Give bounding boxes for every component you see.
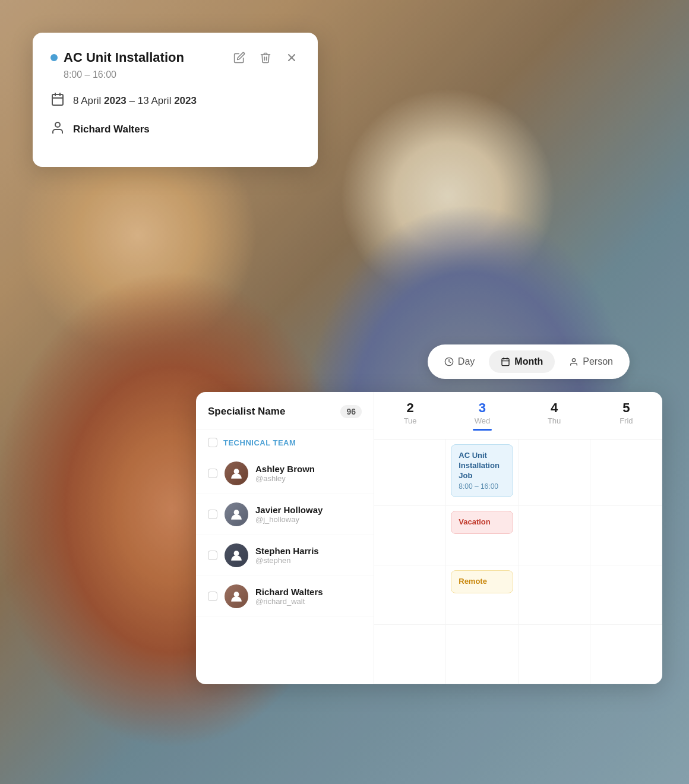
day-view-button[interactable]: Day bbox=[432, 350, 486, 373]
list-item[interactable]: Javier Holloway @j_holloway bbox=[196, 494, 374, 535]
specialist-handle: @j_holloway bbox=[255, 515, 323, 524]
calendar-cell-stephen-tue[interactable] bbox=[374, 565, 446, 625]
avatar-silhouette bbox=[230, 467, 243, 480]
calendar-cell-stephen-thu[interactable] bbox=[519, 565, 590, 625]
day-number: 5 bbox=[596, 402, 656, 415]
event-remote[interactable]: Remote bbox=[451, 570, 513, 593]
day-number-active: 3 bbox=[452, 402, 512, 415]
specialist-info: Ashley Brown @ashley bbox=[255, 464, 315, 483]
list-item[interactable]: Stephen Harris @stephen bbox=[196, 535, 374, 576]
event-title: AC Unit Installation Job bbox=[459, 451, 505, 481]
day-number: 2 bbox=[380, 402, 440, 415]
popup-dot bbox=[50, 54, 58, 61]
calendar-month-icon bbox=[501, 357, 510, 366]
person-view-button[interactable]: Person bbox=[557, 350, 625, 373]
day-header-wed[interactable]: 3 Wed bbox=[446, 392, 518, 439]
specialist-name: Richard Walters bbox=[255, 587, 323, 597]
calendar-cell-javier-fri[interactable] bbox=[590, 506, 662, 565]
svg-point-6 bbox=[55, 122, 60, 127]
specialist-checkbox[interactable] bbox=[208, 592, 217, 601]
calendar-cell-richard-fri[interactable] bbox=[590, 625, 662, 684]
svg-rect-8 bbox=[502, 359, 509, 366]
month-label: Month bbox=[514, 356, 543, 367]
list-item[interactable]: Ashley Brown @ashley bbox=[196, 453, 374, 494]
scheduler-layout: Specialist Name 96 TECHNICAL TEAM Ashley… bbox=[196, 392, 662, 684]
avatar bbox=[225, 461, 248, 485]
calendar-header: 2 Tue 3 Wed 4 Thu 5 Frid bbox=[374, 392, 662, 440]
edit-button[interactable] bbox=[231, 49, 248, 66]
popup-person: Richard Walters bbox=[73, 124, 150, 135]
popup-title: AC Unit Installation bbox=[64, 50, 184, 65]
scheduler-panel: Specialist Name 96 TECHNICAL TEAM Ashley… bbox=[196, 392, 662, 684]
event-ac-unit[interactable]: AC Unit Installation Job 8:00 – 16:00 bbox=[451, 444, 513, 497]
close-button[interactable] bbox=[283, 49, 300, 66]
avatar bbox=[225, 584, 248, 608]
person-label: Person bbox=[583, 356, 613, 367]
calendar-cell-stephen-wed[interactable]: Remote bbox=[446, 565, 518, 625]
delete-button[interactable] bbox=[257, 49, 274, 66]
avatar-silhouette bbox=[230, 590, 243, 603]
specialist-info: Javier Holloway @j_holloway bbox=[255, 505, 323, 524]
day-number: 4 bbox=[524, 402, 584, 415]
event-vacation[interactable]: Vacation bbox=[451, 511, 513, 534]
person-view-icon bbox=[569, 357, 579, 366]
day-name: Thu bbox=[524, 416, 584, 425]
day-header-tue[interactable]: 2 Tue bbox=[374, 392, 446, 439]
avatar bbox=[225, 502, 248, 526]
calendar-cell-richard-tue[interactable] bbox=[374, 625, 446, 684]
event-time: 8:00 – 16:00 bbox=[459, 482, 505, 491]
calendar-cell-javier-thu[interactable] bbox=[519, 506, 590, 565]
calendar-cell-ashley-fri[interactable] bbox=[590, 440, 662, 506]
team-label-text: TECHNICAL TEAM bbox=[223, 438, 296, 447]
specialist-info: Richard Walters @richard_walt bbox=[255, 587, 323, 606]
svg-point-15 bbox=[234, 551, 239, 556]
day-label: Day bbox=[458, 356, 475, 367]
list-item[interactable]: Richard Walters @richard_walt bbox=[196, 576, 374, 617]
calendar-grid: 2 Tue 3 Wed 4 Thu 5 Frid bbox=[374, 392, 662, 684]
specialist-checkbox[interactable] bbox=[208, 469, 217, 478]
svg-point-14 bbox=[234, 510, 239, 515]
clock-icon bbox=[444, 357, 454, 366]
calendar-cell-richard-thu[interactable] bbox=[519, 625, 590, 684]
specialist-checkbox[interactable] bbox=[208, 551, 217, 560]
avatar-silhouette bbox=[230, 549, 243, 562]
avatar bbox=[225, 543, 248, 567]
specialist-list: Specialist Name 96 TECHNICAL TEAM Ashley… bbox=[196, 392, 374, 684]
event-title: Vacation bbox=[459, 517, 505, 527]
svg-rect-2 bbox=[52, 94, 63, 105]
popup-time: 8:00 – 16:00 bbox=[64, 69, 300, 80]
calendar-cell-javier-tue[interactable] bbox=[374, 506, 446, 565]
day-header-fri[interactable]: 5 Frid bbox=[590, 392, 662, 439]
calendar-cell-ashley-wed[interactable]: AC Unit Installation Job 8:00 – 16:00 bbox=[446, 440, 518, 506]
day-header-thu[interactable]: 4 Thu bbox=[519, 392, 590, 439]
specialist-info: Stephen Harris @stephen bbox=[255, 546, 319, 565]
specialist-handle: @stephen bbox=[255, 556, 319, 565]
day-name: Tue bbox=[380, 416, 440, 425]
specialist-count: 96 bbox=[340, 405, 362, 418]
calendar-cell-stephen-fri[interactable] bbox=[590, 565, 662, 625]
specialist-checkbox[interactable] bbox=[208, 510, 217, 519]
calendar-icon bbox=[50, 92, 65, 110]
svg-point-12 bbox=[573, 359, 576, 362]
calendar-body: AC Unit Installation Job 8:00 – 16:00 Va… bbox=[374, 440, 662, 684]
popup-title-row: AC Unit Installation bbox=[50, 50, 184, 65]
team-label-row: TECHNICAL TEAM bbox=[196, 429, 374, 453]
calendar-cell-javier-wed[interactable]: Vacation bbox=[446, 506, 518, 565]
day-name: Frid bbox=[596, 416, 656, 425]
popup-header: AC Unit Installation bbox=[50, 49, 300, 66]
avatar-silhouette bbox=[230, 508, 243, 521]
calendar-cell-ashley-tue[interactable] bbox=[374, 440, 446, 506]
calendar-cell-richard-wed[interactable] bbox=[446, 625, 518, 684]
popup-actions bbox=[231, 49, 300, 66]
popup-person-row: Richard Walters bbox=[50, 121, 300, 138]
calendar-cell-ashley-thu[interactable] bbox=[519, 440, 590, 506]
month-view-button[interactable]: Month bbox=[489, 350, 555, 373]
active-day-indicator bbox=[473, 429, 492, 431]
specialist-name: Ashley Brown bbox=[255, 464, 315, 474]
specialist-name: Javier Holloway bbox=[255, 505, 323, 515]
specialist-handle: @ashley bbox=[255, 474, 315, 483]
specialist-list-header: Specialist Name 96 bbox=[196, 392, 374, 429]
team-checkbox[interactable] bbox=[208, 438, 217, 447]
specialist-name: Stephen Harris bbox=[255, 546, 319, 556]
popup-date: 8 April 2023 – 13 April 2023 bbox=[73, 95, 197, 107]
